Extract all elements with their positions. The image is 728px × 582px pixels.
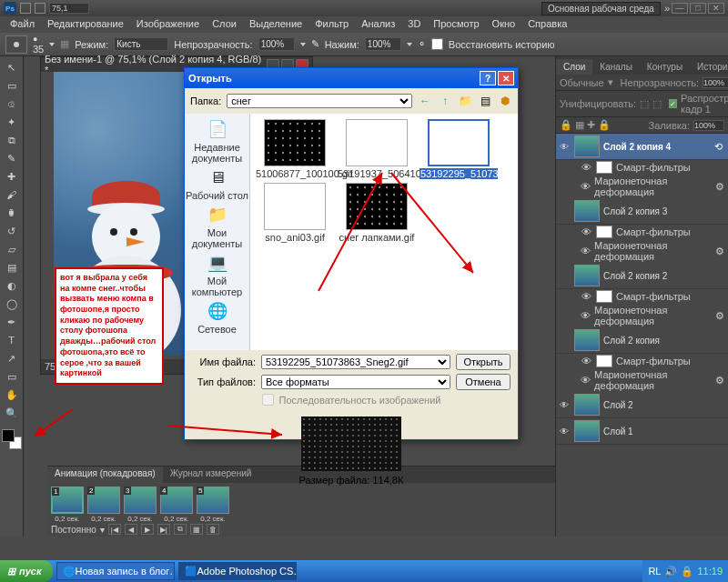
bridge-icon[interactable]: ⬢ (498, 94, 512, 108)
puppet-warp-row[interactable]: 👁Марионеточная деформация⚙ (556, 175, 728, 198)
tablet-opacity-icon[interactable]: ✎ (311, 38, 319, 50)
brush-picker[interactable] (49, 43, 55, 46)
menu-view[interactable]: Просмотр (427, 16, 485, 33)
workspace-more[interactable]: » (664, 3, 670, 14)
unify-icon2[interactable]: ⬚ (652, 98, 662, 110)
marquee-tool[interactable]: ▭ (3, 77, 21, 94)
menu-select[interactable]: Выделение (243, 16, 308, 33)
dialog-close[interactable]: ✕ (498, 71, 514, 85)
system-tray[interactable]: RL 🔊 🔒 11:19 (642, 560, 728, 582)
dialog-titlebar[interactable]: Открыть ? ✕ (185, 68, 518, 88)
delete-frame-btn[interactable]: 🗑 (207, 524, 219, 535)
stamp-tool[interactable]: ⧯ (3, 205, 21, 221)
new-frame-btn[interactable]: ▦ (190, 524, 203, 535)
eraser-tool[interactable]: ▱ (3, 241, 21, 257)
history-checkbox[interactable] (431, 38, 443, 50)
tray-icon[interactable]: 🔒 (681, 566, 693, 577)
blend-mode[interactable]: Обычные (560, 77, 604, 88)
file-item[interactable]: 51006877_100100.gif (256, 119, 334, 179)
dodge-tool[interactable]: ◯ (3, 296, 21, 312)
next-frame-btn[interactable]: ▶| (157, 524, 170, 535)
tab-layers[interactable]: Слои (556, 59, 592, 75)
workspace-switcher[interactable]: Основная рабочая среда (541, 2, 661, 15)
menu-edit[interactable]: Редактирование (41, 16, 130, 33)
tray-icon[interactable]: 🔊 (664, 566, 677, 577)
blur-tool[interactable]: ◐ (3, 277, 21, 294)
eyedropper-tool[interactable]: ✎ (3, 150, 21, 166)
smart-filters-row[interactable]: 👁Смарт-фильтры (556, 160, 728, 175)
frame-5[interactable]: 50,2 сек. (197, 487, 229, 523)
play-btn[interactable]: ▶ (141, 524, 154, 535)
up-icon[interactable]: ↑ (438, 94, 452, 108)
unify-icon[interactable]: ⬚ (640, 98, 649, 110)
window-close[interactable]: ✕ (708, 3, 724, 14)
window-max[interactable]: □ (690, 3, 706, 14)
tab-channels[interactable]: Каналы (592, 59, 640, 75)
menu-filter[interactable]: Фильтр (308, 16, 355, 33)
fill-input[interactable] (693, 120, 724, 131)
taskbar-item[interactable]: 🌐 Новая запись в блог… (56, 562, 175, 580)
menu-help[interactable]: Справка (521, 16, 573, 33)
menu-image[interactable]: Изображение (130, 16, 206, 33)
move-tool[interactable]: ↖ (3, 59, 21, 75)
tray-lang[interactable]: RL (648, 566, 661, 577)
place-recent[interactable]: 📄Недавние документы (185, 117, 249, 164)
propagate-checkbox[interactable]: ✓ (669, 99, 677, 108)
color-swatches[interactable] (2, 429, 22, 449)
heal-tool[interactable]: ✚ (3, 168, 21, 185)
layer-name[interactable]: Слой 2 копия 4 (603, 142, 711, 152)
type-tool[interactable]: T (3, 332, 21, 348)
views-icon[interactable]: ▤ (478, 94, 492, 108)
place-network[interactable]: 🌐Сетевое (197, 299, 237, 335)
menu-file[interactable]: Файл (4, 16, 41, 33)
folder-select[interactable]: снег (227, 94, 412, 108)
prev-frame-btn[interactable]: ◀ (125, 524, 137, 535)
brush-tool[interactable]: 🖌 (3, 186, 21, 203)
frame-2[interactable]: 20,2 сек. (87, 487, 120, 523)
file-item[interactable]: sno_ani03.gif (256, 183, 334, 243)
tween-btn[interactable]: ⧉ (174, 524, 187, 535)
cancel-button[interactable]: Отмена (456, 374, 511, 390)
frame-3[interactable]: 30,2 сек. (124, 487, 157, 523)
taskbar-item[interactable]: 🟦 Adobe Photoshop CS… (178, 562, 297, 580)
pen-tool[interactable]: ✒ (3, 314, 21, 330)
frame-4[interactable]: 40,2 сек. (160, 487, 193, 523)
frame-1[interactable]: 10,2 сек. (51, 487, 84, 523)
flow-input[interactable] (365, 37, 401, 51)
open-button[interactable]: Открыть (456, 354, 511, 370)
layer-opacity-input[interactable] (703, 77, 728, 88)
first-frame-btn[interactable]: |◀ (108, 524, 121, 535)
hand-tool[interactable]: ✋ (3, 386, 21, 403)
menu-window[interactable]: Окно (486, 16, 522, 33)
layer-row[interactable]: Слой 2 копия 2 (556, 263, 728, 289)
layer-row[interactable]: 👁 Слой 2 копия 4 ⟲ (556, 134, 728, 160)
zoom-tool[interactable]: 🔍 (3, 405, 21, 421)
gradient-tool[interactable]: ▤ (3, 259, 21, 276)
file-item[interactable]: 53192295_51073863_Sneg2.gif (420, 119, 498, 179)
file-item[interactable]: снег лапками.gif (338, 183, 416, 243)
layer-row[interactable]: 👁Слой 2 (556, 392, 728, 418)
back-icon[interactable]: ← (418, 94, 432, 108)
menu-3d[interactable]: 3D (401, 16, 427, 33)
loop-select[interactable]: Постоянно (51, 525, 96, 535)
airbrush-icon[interactable]: ⚬ (418, 38, 426, 50)
place-mydocs[interactable]: 📁Мои документы (185, 203, 249, 249)
place-mycomputer[interactable]: 💻Мой компьютер (185, 251, 249, 297)
window-min[interactable]: — (672, 3, 688, 14)
shape-tool[interactable]: ▭ (3, 368, 21, 385)
blend-mode-select[interactable] (114, 37, 168, 51)
file-list[interactable]: 51006877_100100.gif 53191937_50641023_… … (250, 114, 518, 350)
layer-row[interactable]: 👁Слой 1 (556, 418, 728, 445)
dialog-help[interactable]: ? (480, 71, 496, 85)
tab-animation[interactable]: Анимация (покадровая) (47, 467, 163, 483)
newfolder-icon[interactable]: 📁 (458, 94, 472, 108)
layer-row[interactable]: Слой 2 копия 3 (556, 198, 728, 225)
zoom-input[interactable] (49, 3, 89, 14)
menubar-toggle[interactable] (20, 3, 31, 14)
tab-paths[interactable]: Контуры (640, 59, 690, 75)
crop-tool[interactable]: ⧉ (3, 132, 21, 148)
start-button[interactable]: ⊞пуск (0, 560, 53, 582)
visibility-toggle[interactable]: 👁 (558, 142, 571, 152)
brush-preset[interactable] (5, 35, 27, 54)
layer-row[interactable]: Слой 2 копия (556, 327, 728, 354)
